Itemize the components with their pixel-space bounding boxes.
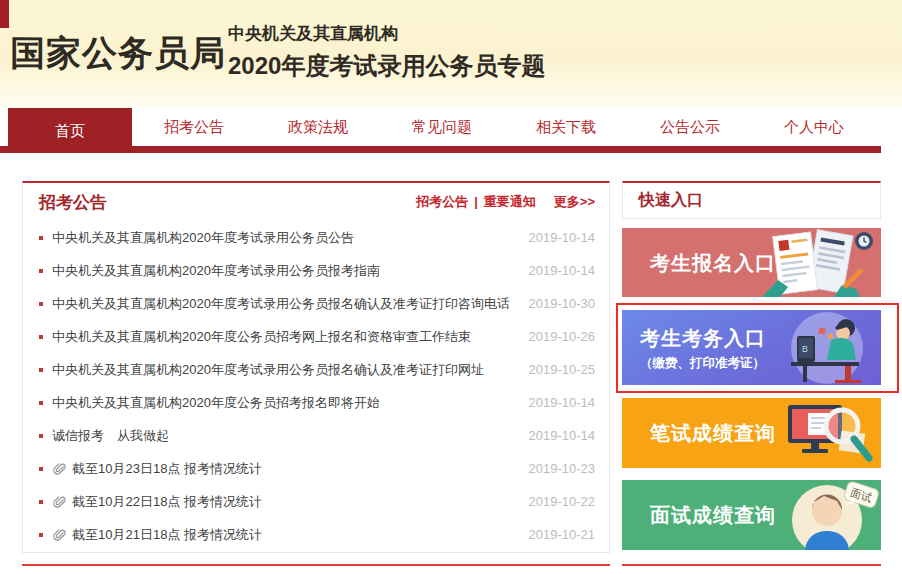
list-item[interactable]: 中央机关及其直属机构2020年度考试录用公务员报名确认及准考证打印网址 2019… xyxy=(39,353,595,386)
quick-entry-title: 快速入口 xyxy=(639,190,703,211)
announcement-link[interactable]: 中央机关及其直属机构2020年度公务员招考报名即将开始 xyxy=(52,394,380,412)
announcement-date: 2019-10-14 xyxy=(529,230,596,245)
paperclip-icon xyxy=(52,495,66,509)
quick-entry-panel: 快速入口 xyxy=(622,181,881,219)
button-label: 考生报名入口 xyxy=(650,249,776,276)
nav-item[interactable]: 首页 xyxy=(8,108,132,153)
bullet-icon xyxy=(39,236,43,240)
site-subtitle: 中央机关及其直属机构 2020年度考试录用公务员专题 xyxy=(228,22,545,82)
list-item[interactable]: 中央机关及其直属机构2020年度考试录用公务员公告 2019-10-14 xyxy=(39,221,595,254)
announcements-panel: 招考公告 招考公告|重要通知更多>> 中央机关及其直属机构2020年度考试录用公… xyxy=(22,181,610,553)
announcements-title: 招考公告 xyxy=(39,191,107,214)
announcement-date: 2019-10-25 xyxy=(529,362,596,377)
subtitle-line1: 中央机关及其直属机构 xyxy=(228,22,545,45)
bullet-icon xyxy=(39,401,43,405)
page: 国家公务员局 中央机关及其直属机构 2020年度考试录用公务员专题 首页 招考公… xyxy=(0,0,902,574)
announcement-link[interactable]: 诚信报考 从我做起 xyxy=(52,427,169,445)
nav-item[interactable]: 招考公告 xyxy=(132,108,256,153)
bullet-icon xyxy=(39,533,43,537)
next-panel-top-border-right xyxy=(622,564,881,566)
list-item[interactable]: 中央机关及其直属机构2020年度公务员招考网上报名和资格审查工作结束 2019-… xyxy=(39,320,595,353)
tab-important-notice-link[interactable]: 重要通知 xyxy=(484,194,536,209)
next-panel-top-border-left xyxy=(22,564,610,566)
announcement-link[interactable]: 中央机关及其直属机构2020年度考试录用公务员报名确认及准考证打印咨询电话 xyxy=(52,295,510,313)
nav-item[interactable]: 个人中心 xyxy=(752,108,876,153)
announcement-link[interactable]: 截至10月21日18点 报考情况统计 xyxy=(72,526,262,544)
site-header: 国家公务员局 中央机关及其直属机构 2020年度考试录用公务员专题 xyxy=(0,0,902,108)
list-item[interactable]: 截至10月23日18点 报考情况统计 2019-10-23 xyxy=(39,452,595,485)
announcement-date: 2019-10-23 xyxy=(529,461,596,476)
subtitle-line2: 2020年度考试录用公务员专题 xyxy=(228,50,545,82)
announcement-link[interactable]: 截至10月23日18点 报考情况统计 xyxy=(72,460,262,478)
announcement-date: 2019-10-14 xyxy=(529,395,596,410)
interview-score-query-button[interactable]: 面试成绩查询 面试 xyxy=(622,480,881,550)
more-link[interactable]: 更多>> xyxy=(554,194,595,209)
tab-announcement-link[interactable]: 招考公告 xyxy=(416,194,468,209)
link-separator: | xyxy=(474,194,478,209)
list-item[interactable]: 截至10月22日18点 报考情况统计 2019-10-22 xyxy=(39,485,595,518)
paperclip-icon xyxy=(52,462,66,476)
list-item[interactable]: 中央机关及其直属机构2020年度公务员招考报名即将开始 2019-10-14 xyxy=(39,386,595,419)
announcement-date: 2019-10-14 xyxy=(529,263,596,278)
paperclip-icon xyxy=(52,528,66,542)
main-nav: 首页 招考公告 政策法规 常见问题 相关下载 公告公示 个人中心 xyxy=(0,108,881,153)
button-label: 笔试成绩查询 xyxy=(650,420,776,447)
nav-item[interactable]: 政策法规 xyxy=(256,108,380,153)
corner-flag-mark xyxy=(0,0,9,28)
announcement-link[interactable]: 中央机关及其直属机构2020年度考试录用公务员报名确认及准考证打印网址 xyxy=(52,361,484,379)
announcements-list: 中央机关及其直属机构2020年度考试录用公务员公告 2019-10-14 中央机… xyxy=(23,221,609,551)
list-item[interactable]: 中央机关及其直属机构2020年度考试录用公务员报考指南 2019-10-14 xyxy=(39,254,595,287)
bullet-icon xyxy=(39,269,43,273)
button-label-sub: （缴费、打印准考证） xyxy=(640,354,766,371)
button-label: 面试成绩查询 xyxy=(650,502,776,529)
announcement-link[interactable]: 中央机关及其直属机构2020年度公务员招考网上报名和资格审查工作结束 xyxy=(52,328,471,346)
announcement-date: 2019-10-26 xyxy=(529,329,596,344)
bullet-icon xyxy=(39,302,43,306)
announcement-date: 2019-10-21 xyxy=(529,527,596,542)
list-item[interactable]: 中央机关及其直属机构2020年度考试录用公务员报名确认及准考证打印咨询电话 20… xyxy=(39,287,595,320)
nav-list: 首页 招考公告 政策法规 常见问题 相关下载 公告公示 个人中心 xyxy=(0,108,881,153)
announcement-link[interactable]: 截至10月22日18点 报考情况统计 xyxy=(72,493,262,511)
bullet-icon xyxy=(39,368,43,372)
announcement-link[interactable]: 中央机关及其直属机构2020年度考试录用公务员报考指南 xyxy=(52,262,380,280)
svg-text:B: B xyxy=(802,344,808,354)
bullet-icon xyxy=(39,467,43,471)
interview-score-illustration: 面试 xyxy=(761,480,881,550)
site-logo: 国家公务员局 xyxy=(10,30,226,77)
exam-affairs-illustration: B xyxy=(761,310,881,385)
announcements-header: 招考公告 招考公告|重要通知更多>> xyxy=(23,183,609,221)
list-item[interactable]: 诚信报考 从我做起 2019-10-14 xyxy=(39,419,595,452)
button-label-main: 考生考务入口 xyxy=(640,326,766,348)
announcements-header-links: 招考公告|重要通知更多>> xyxy=(416,193,595,211)
announcement-date: 2019-10-14 xyxy=(529,428,596,443)
announcement-link[interactable]: 中央机关及其直属机构2020年度考试录用公务员公告 xyxy=(52,229,354,247)
written-score-illustration xyxy=(766,398,881,468)
list-item[interactable]: 截至10月21日18点 报考情况统计 2019-10-21 xyxy=(39,518,595,551)
written-test-score-query-button[interactable]: 笔试成绩查询 xyxy=(622,398,881,468)
announcement-date: 2019-10-22 xyxy=(529,494,596,509)
bullet-icon xyxy=(39,434,43,438)
nav-item[interactable]: 常见问题 xyxy=(380,108,504,153)
bullet-icon xyxy=(39,335,43,339)
candidate-registration-entry-button[interactable]: 考生报名入口 xyxy=(622,228,881,297)
button-label: 考生考务入口 （缴费、打印准考证） xyxy=(640,324,766,371)
nav-item[interactable]: 相关下载 xyxy=(504,108,628,153)
nav-item[interactable]: 公告公示 xyxy=(628,108,752,153)
candidate-exam-affairs-entry-button[interactable]: 考生考务入口 （缴费、打印准考证） B xyxy=(622,310,881,385)
bullet-icon xyxy=(39,500,43,504)
announcement-date: 2019-10-30 xyxy=(529,296,596,311)
